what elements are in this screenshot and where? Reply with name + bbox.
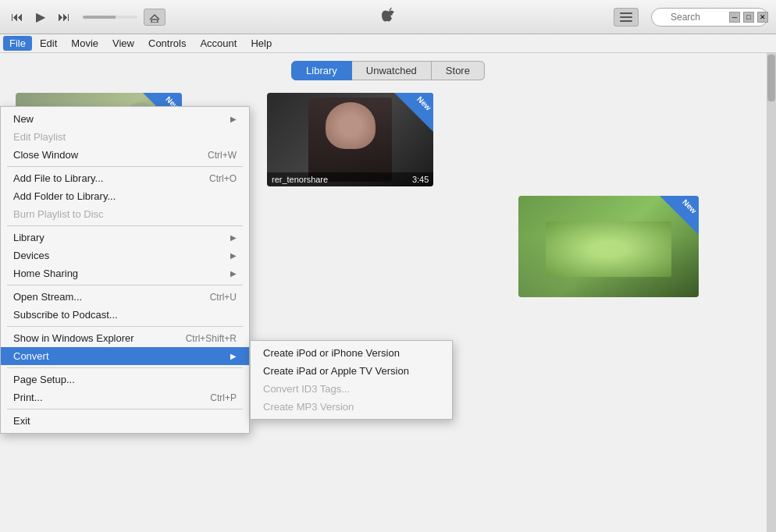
menu-item-add-file[interactable]: Add File to Library... Ctrl+O	[1, 169, 249, 187]
close-button[interactable]: ✕	[757, 12, 768, 23]
video-thumb-2[interactable]: New rer_tenorshare 3:45	[267, 93, 433, 186]
submenu-item-create-mp3-label: Create MP3 Version	[263, 401, 354, 413]
tabs-bar: Library Unwatched Store	[0, 53, 776, 87]
file-menu: New ▶ Edit Playlist Close Window Ctrl+W …	[0, 106, 250, 434]
menu-item-new-arrow: ▶	[230, 115, 237, 123]
menu-item-home-sharing-arrow: ▶	[230, 269, 237, 278]
separator-2	[7, 225, 243, 226]
menu-item-add-folder[interactable]: Add Folder to Library...	[1, 187, 249, 205]
title-bar: ⏮ ▶ ⏭ 🔍 ─ □ ✕	[0, 0, 776, 34]
svg-rect-3	[620, 20, 632, 22]
menu-item-convert-label: Convert	[13, 350, 49, 362]
menu-item-convert-arrow: ▶	[230, 352, 237, 360]
menu-file[interactable]: File	[3, 36, 32, 51]
menu-item-library-label: Library	[13, 232, 44, 243]
svg-rect-0	[151, 20, 158, 23]
menu-controls[interactable]: Controls	[142, 36, 192, 51]
play-button[interactable]: ▶	[33, 8, 48, 26]
volume-slider[interactable]	[83, 16, 137, 19]
tab-unwatched[interactable]: Unwatched	[352, 61, 432, 80]
new-badge-text-2: New	[415, 94, 432, 112]
menu-item-home-sharing[interactable]: Home Sharing ▶	[1, 264, 249, 282]
menu-item-print-shortcut: Ctrl+P	[210, 392, 237, 403]
content-area: Library Unwatched Store New New	[0, 53, 776, 532]
svg-rect-2	[620, 16, 632, 18]
menu-item-print[interactable]: Print... Ctrl+P	[1, 388, 249, 406]
file-menu-dropdown: New ▶ Edit Playlist Close Window Ctrl+W …	[0, 106, 250, 434]
menu-item-add-file-label: Add File to Library...	[13, 172, 103, 184]
menu-item-show-windows-explorer[interactable]: Show in Windows Explorer Ctrl+Shift+R	[1, 329, 249, 347]
menu-item-page-setup[interactable]: Page Setup...	[1, 371, 249, 388]
menu-item-devices-arrow: ▶	[230, 251, 237, 260]
menu-item-new-label: New	[13, 113, 34, 125]
submenu-item-create-ipod-iphone[interactable]: Create iPod or iPhone Version	[251, 344, 452, 362]
submenu-item-convert-id3[interactable]: Convert ID3 Tags...	[251, 380, 452, 398]
video-info-2: rer_tenorshare 3:45	[267, 172, 433, 186]
separator-4	[7, 326, 243, 327]
submenu-item-create-mp3[interactable]: Create MP3 Version	[251, 398, 452, 416]
scrollbar-thumb[interactable]	[767, 55, 775, 101]
menu-item-subscribe-podcast-label: Subscribe to Podcast...	[13, 309, 118, 321]
menu-item-show-windows-explorer-label: Show in Windows Explorer	[13, 332, 134, 344]
empty-slot-top-right	[518, 93, 760, 186]
menu-item-library-arrow: ▶	[230, 233, 237, 242]
separator-5	[7, 367, 243, 368]
list-view-button[interactable]	[614, 8, 639, 27]
airplay-button[interactable]	[144, 9, 166, 26]
menu-item-close-window-shortcut: Ctrl+W	[208, 150, 237, 161]
submenu-item-create-ipod-iphone-label: Create iPod or iPhone Version	[263, 347, 400, 359]
menu-movie[interactable]: Movie	[65, 36, 105, 51]
menu-item-exit-label: Exit	[13, 415, 30, 427]
menu-item-burn-playlist-label: Burn Playlist to Disc	[13, 208, 104, 220]
menu-item-subscribe-podcast[interactable]: Subscribe to Podcast...	[1, 306, 249, 324]
minimize-button[interactable]: ─	[729, 12, 740, 23]
prev-button[interactable]: ⏮	[8, 9, 27, 26]
menu-item-home-sharing-label: Home Sharing	[13, 268, 78, 279]
menu-item-open-stream-label: Open Stream...	[13, 291, 82, 303]
menu-item-print-label: Print...	[13, 392, 43, 403]
menu-item-library[interactable]: Library ▶	[1, 229, 249, 246]
new-badge-2: New	[394, 93, 433, 132]
menu-item-devices-label: Devices	[13, 250, 49, 261]
video-label-2: rer_tenorshare	[272, 175, 328, 184]
menu-item-close-window-label: Close Window	[13, 149, 78, 161]
video-thumb-4[interactable]: New	[518, 196, 699, 297]
menu-bar: File Edit Movie View Controls Account He…	[0, 34, 776, 53]
tab-store[interactable]: Store	[432, 61, 485, 80]
window-controls: ─ □ ✕	[729, 12, 768, 23]
submenu-item-convert-id3-label: Convert ID3 Tags...	[263, 383, 350, 395]
menu-help[interactable]: Help	[244, 36, 278, 51]
convert-submenu: Create iPod or iPhone Version Create iPa…	[250, 340, 453, 420]
menu-item-edit-playlist[interactable]: Edit Playlist	[1, 128, 249, 146]
menu-item-devices[interactable]: Devices ▶	[1, 246, 249, 264]
separator-6	[7, 409, 243, 410]
menu-item-convert[interactable]: Convert ▶	[1, 347, 249, 365]
separator-3	[7, 285, 243, 286]
apple-logo	[381, 6, 395, 27]
menu-item-edit-playlist-label: Edit Playlist	[13, 131, 66, 143]
submenu-item-create-ipad-appletv[interactable]: Create iPad or Apple TV Version	[251, 362, 452, 380]
menu-item-add-folder-label: Add Folder to Library...	[13, 190, 116, 202]
tab-library[interactable]: Library	[291, 61, 352, 80]
menu-edit[interactable]: Edit	[34, 36, 63, 51]
menu-item-new[interactable]: New ▶	[1, 110, 249, 128]
scrollbar[interactable]	[767, 53, 776, 532]
menu-item-exit[interactable]: Exit	[1, 412, 249, 430]
transport-controls: ⏮ ▶ ⏭	[8, 8, 166, 26]
menu-account[interactable]: Account	[194, 36, 243, 51]
menu-item-burn-playlist[interactable]: Burn Playlist to Disc	[1, 205, 249, 223]
new-badge-text-4: New	[681, 197, 698, 215]
empty-slot-bottom-mid	[267, 196, 509, 297]
submenu-item-create-ipad-appletv-label: Create iPad or Apple TV Version	[263, 365, 409, 377]
menu-item-open-stream-shortcut: Ctrl+U	[210, 292, 237, 303]
svg-rect-1	[620, 12, 632, 14]
menu-item-open-stream[interactable]: Open Stream... Ctrl+U	[1, 288, 249, 306]
separator-1	[7, 166, 243, 167]
video-duration-2: 3:45	[412, 175, 429, 184]
menu-item-page-setup-label: Page Setup...	[13, 374, 75, 385]
next-button[interactable]: ⏭	[55, 9, 73, 26]
menu-view[interactable]: View	[106, 36, 141, 51]
menu-item-show-windows-explorer-shortcut: Ctrl+Shift+R	[186, 333, 237, 344]
menu-item-close-window[interactable]: Close Window Ctrl+W	[1, 146, 249, 164]
maximize-button[interactable]: □	[743, 12, 754, 23]
